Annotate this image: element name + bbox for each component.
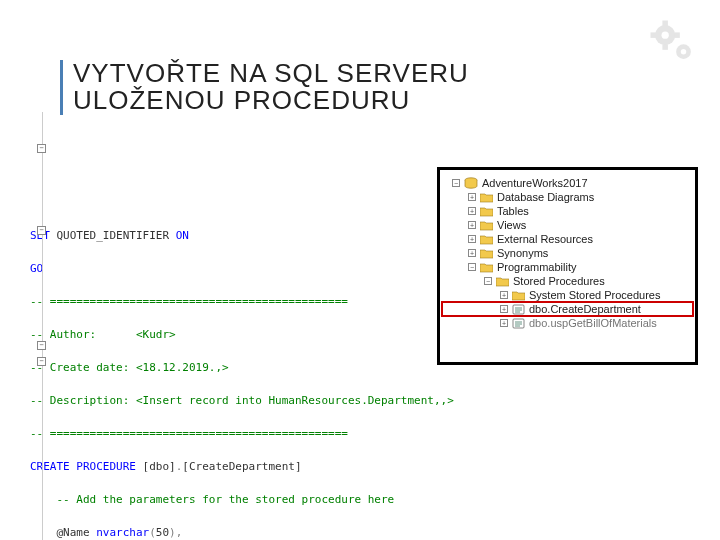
tree-node-bill-materials[interactable]: + dbo.uspGetBillOfMaterials — [442, 316, 693, 330]
tree-node-database[interactable]: − AdventureWorks2017 — [442, 176, 693, 190]
folder-icon — [480, 206, 493, 217]
fold-icon[interactable]: − — [37, 357, 46, 366]
svg-rect-9 — [513, 305, 524, 314]
folder-icon — [512, 290, 525, 301]
svg-rect-3 — [662, 44, 668, 49]
expand-icon[interactable]: + — [468, 235, 476, 243]
code-line: CREATE PROCEDURE [dbo].[CreateDepartment… — [30, 459, 720, 476]
collapse-icon[interactable]: − — [468, 263, 476, 271]
svg-rect-4 — [651, 32, 657, 38]
folder-icon — [480, 220, 493, 231]
gears-icon — [645, 15, 700, 70]
folder-icon — [480, 262, 493, 273]
tree-node-synonyms[interactable]: + Synonyms — [442, 246, 693, 260]
folder-icon — [496, 276, 509, 287]
code-line: -- =====================================… — [30, 426, 720, 443]
tree-label: Tables — [497, 205, 529, 217]
expand-icon[interactable]: + — [468, 193, 476, 201]
tree-label: Programmability — [497, 261, 576, 273]
tree-node-diagrams[interactable]: + Database Diagrams — [442, 190, 693, 204]
slide-title: VYTVOŘTE NA SQL SERVERU ULOŽENOU PROCEDU… — [60, 60, 469, 115]
stored-procedure-icon — [512, 318, 525, 329]
database-icon — [464, 177, 478, 189]
svg-point-1 — [662, 32, 669, 39]
tree-label: Stored Procedures — [513, 275, 605, 287]
collapse-icon[interactable]: − — [452, 179, 460, 187]
code-line: @Name nvarchar(50), — [30, 525, 720, 541]
tree-node-system-sp[interactable]: + System Stored Procedures — [442, 288, 693, 302]
fold-icon[interactable]: − — [37, 341, 46, 350]
svg-point-7 — [681, 49, 687, 55]
expand-icon[interactable]: + — [468, 249, 476, 257]
tree-label: Synonyms — [497, 247, 548, 259]
title-line-1: VYTVOŘTE NA SQL SERVERU — [73, 60, 469, 87]
svg-rect-2 — [662, 21, 668, 27]
expand-icon[interactable]: + — [468, 221, 476, 229]
expand-icon[interactable]: + — [468, 207, 476, 215]
tree-label: External Resources — [497, 233, 593, 245]
stored-procedure-icon — [512, 304, 525, 315]
fold-icon[interactable]: − — [37, 226, 46, 235]
folder-icon — [480, 192, 493, 203]
folder-icon — [480, 234, 493, 245]
tree-node-create-department[interactable]: + dbo.CreateDepartment — [442, 302, 693, 316]
tree-node-external[interactable]: + External Resources — [442, 232, 693, 246]
tree-label: dbo.CreateDepartment — [529, 303, 641, 315]
tree-label: dbo.uspGetBillOfMaterials — [529, 317, 657, 329]
expand-icon[interactable]: + — [500, 305, 508, 313]
tree-node-stored-procedures[interactable]: − Stored Procedures — [442, 274, 693, 288]
fold-icon[interactable]: − — [37, 144, 46, 153]
svg-rect-5 — [674, 32, 680, 38]
code-line: -- Add the parameters for the stored pro… — [30, 492, 720, 509]
code-line: -- Description: <Insert record into Huma… — [30, 393, 720, 410]
title-line-2: ULOŽENOU PROCEDURU — [73, 87, 469, 114]
expand-icon[interactable]: + — [500, 319, 508, 327]
expand-icon[interactable]: + — [500, 291, 508, 299]
tree-node-programmability[interactable]: − Programmability — [442, 260, 693, 274]
tree-node-views[interactable]: + Views — [442, 218, 693, 232]
tree-label: Views — [497, 219, 526, 231]
svg-rect-10 — [513, 319, 524, 328]
collapse-icon[interactable]: − — [484, 277, 492, 285]
tree-label: Database Diagrams — [497, 191, 594, 203]
object-explorer-panel: − AdventureWorks2017 + Database Diagrams… — [440, 170, 695, 362]
tree-label: System Stored Procedures — [529, 289, 660, 301]
tree-label: AdventureWorks2017 — [482, 177, 588, 189]
tree-node-tables[interactable]: + Tables — [442, 204, 693, 218]
folder-icon — [480, 248, 493, 259]
